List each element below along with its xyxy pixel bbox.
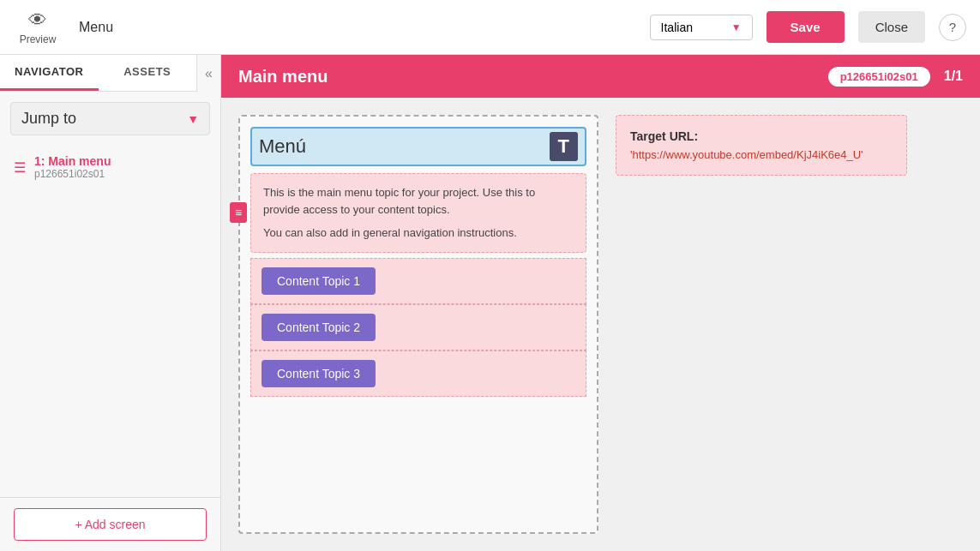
help-icon: ? xyxy=(949,20,956,34)
content-header-id-badge: p126651i02s01 xyxy=(828,67,930,87)
description-box: This is the main menu topic for your pro… xyxy=(250,173,586,253)
sidebar-collapse-button[interactable]: « xyxy=(196,55,220,92)
right-panel: Target URL: 'https://www.youtube.com/emb… xyxy=(616,115,907,534)
canvas-inner: Menú T ≡ This is the main menu topic for… xyxy=(250,127,586,397)
add-screen-button[interactable]: + Add screen xyxy=(14,508,207,541)
content-body: Menú T ≡ This is the main menu topic for… xyxy=(221,98,980,551)
sidebar-footer: + Add screen xyxy=(0,497,220,551)
topic-row-1: Content Topic 1 xyxy=(250,258,586,304)
jump-to-label: Jump to xyxy=(21,110,180,128)
content-area: Main menu p126651i02s01 1/1 Menú T xyxy=(221,55,980,551)
language-dropdown-arrow: ▼ xyxy=(731,21,742,33)
language-selector[interactable]: Italian ▼ xyxy=(650,15,753,40)
nav-item-icon: ☰ xyxy=(14,159,26,176)
drag-handle-icon[interactable]: ≡ xyxy=(230,202,247,223)
content-header: Main menu p126651i02s01 1/1 xyxy=(221,55,980,98)
topic-button-3[interactable]: Content Topic 3 xyxy=(262,360,376,387)
nav-item-name: 1: Main menu xyxy=(34,154,111,168)
format-T-button[interactable]: T xyxy=(550,132,578,161)
topbar: 👁 Preview Menu Italian ▼ Save Close ? xyxy=(0,0,980,55)
content-header-page-indicator: 1/1 xyxy=(944,69,963,84)
menu-title-bar: Menú T xyxy=(250,127,586,166)
menu-title-text: Menú xyxy=(259,135,543,158)
preview-button[interactable]: 👁 Preview xyxy=(14,9,62,45)
topic-row-2: Content Topic 2 xyxy=(250,304,586,350)
preview-label: Preview xyxy=(20,33,57,45)
topbar-menu-title: Menu xyxy=(79,20,113,35)
target-url-label: Target URL: xyxy=(630,129,893,143)
topic-rows: Content Topic 1 Content Topic 2 Content … xyxy=(250,258,586,397)
topic-row-3: Content Topic 3 xyxy=(250,350,586,397)
topic-button-2[interactable]: Content Topic 2 xyxy=(262,314,376,341)
canvas-wrapper: Menú T ≡ This is the main menu topic for… xyxy=(238,115,598,534)
nav-item-main-menu[interactable]: ☰ 1: Main menu p126651i02s01 xyxy=(0,146,220,189)
description-line1: This is the main menu topic for your pro… xyxy=(263,184,574,218)
tab-assets[interactable]: ASSETS xyxy=(99,55,197,91)
content-header-title: Main menu xyxy=(238,67,815,87)
sidebar: NAVIGATOR ASSETS « Jump to ▼ ☰ 1: Main m… xyxy=(0,55,221,551)
jump-to-dropdown[interactable]: Jump to ▼ xyxy=(10,102,210,135)
jump-to-arrow-icon: ▼ xyxy=(187,112,199,126)
target-url-box: Target URL: 'https://www.youtube.com/emb… xyxy=(616,115,907,176)
topic-button-1[interactable]: Content Topic 1 xyxy=(262,267,376,295)
description-line2: You can also add in general navigation i… xyxy=(263,225,574,242)
save-button[interactable]: Save xyxy=(767,11,845,43)
main-layout: NAVIGATOR ASSETS « Jump to ▼ ☰ 1: Main m… xyxy=(0,55,980,551)
eye-icon: 👁 xyxy=(28,9,47,32)
language-value: Italian xyxy=(661,21,693,34)
help-button[interactable]: ? xyxy=(939,14,966,41)
nav-item-id: p126651i02s01 xyxy=(34,168,111,180)
tab-navigator[interactable]: NAVIGATOR xyxy=(0,55,99,91)
target-url-value: 'https://www.youtube.com/embed/KjJ4iK6e4… xyxy=(630,148,893,161)
close-button[interactable]: Close xyxy=(858,11,925,43)
sidebar-tabs: NAVIGATOR ASSETS xyxy=(0,55,196,92)
